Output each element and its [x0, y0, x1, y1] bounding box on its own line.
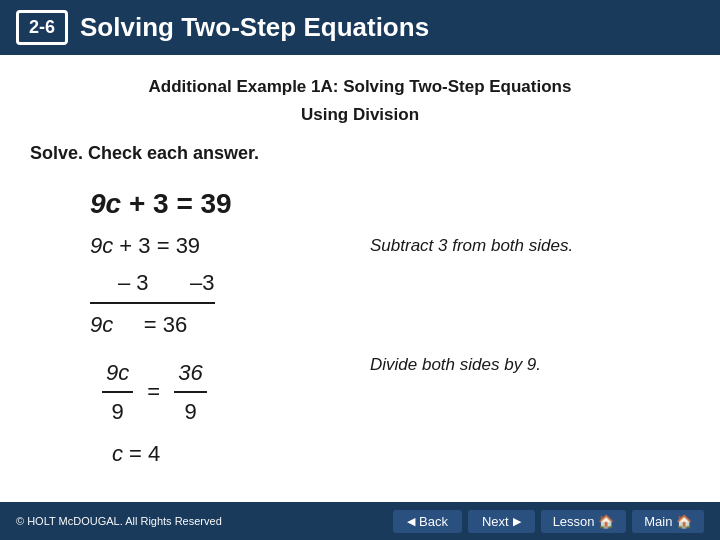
footer: © HOLT McDOUGAL. All Rights Reserved ◀ B… — [0, 502, 720, 540]
subtraction-row: – 3 –3 — [90, 264, 215, 304]
page-title: Solving Two-Step Equations — [80, 12, 429, 43]
fraction-equals: = — [141, 373, 166, 410]
step2-rest: + 3 = 39 — [113, 227, 200, 264]
fraction-left: 9c 9 — [102, 354, 133, 431]
fraction-row: 9c 9 = 36 9 — [90, 354, 330, 431]
nav-buttons: ◀ Back Next ▶ Lesson 🏠 Main 🏠 — [393, 510, 704, 533]
lesson-badge: 2-6 — [16, 10, 68, 45]
equation-final: c = 4 — [90, 435, 330, 472]
equation-step1: 9c + 3 = 39 — [90, 182, 330, 227]
explanation2: Divide both sides by 9. — [370, 351, 573, 380]
next-arrow-icon: ▶ — [513, 515, 521, 528]
step4-italic: 9c — [90, 306, 113, 343]
final-rest: = 4 — [123, 435, 160, 472]
back-label: Back — [419, 514, 448, 529]
example-title-line1: Additional Example 1A: Solving Two-Step … — [30, 75, 690, 99]
step3-left: – 3 — [90, 264, 170, 301]
main-icon: 🏠 — [676, 514, 692, 529]
steps-column: 9c + 3 = 39 9c + 3 = 39 – 3 –3 9c = 36 — [90, 182, 330, 472]
step2-italic: 9c — [90, 227, 113, 264]
equation-step4: 9c = 36 — [90, 306, 330, 343]
next-button[interactable]: Next ▶ — [468, 510, 535, 533]
step3-right: –3 — [170, 264, 215, 301]
step1-rest: + 3 = 39 — [121, 182, 232, 227]
main-label: Main — [644, 514, 672, 529]
copyright-text: © HOLT McDOUGAL. All Rights Reserved — [16, 515, 222, 527]
explanations-column: Subtract 3 from both sides. Divide both … — [370, 182, 573, 380]
equation-work: 9c + 3 = 39 9c + 3 = 39 – 3 –3 9c = 36 — [30, 182, 690, 472]
main-button[interactable]: Main 🏠 — [632, 510, 704, 533]
lesson-button[interactable]: Lesson 🏠 — [541, 510, 627, 533]
step1-italic: 9c — [90, 182, 121, 227]
example-title-line2: Using Division — [30, 105, 690, 125]
fraction-right-num: 36 — [174, 354, 206, 393]
equation-step2: 9c + 3 = 39 — [90, 227, 330, 264]
back-button[interactable]: ◀ Back — [393, 510, 462, 533]
explanation1: Subtract 3 from both sides. — [370, 232, 573, 261]
fraction-left-den: 9 — [108, 393, 128, 430]
lesson-icon: 🏠 — [598, 514, 614, 529]
next-label: Next — [482, 514, 509, 529]
fraction-right-den: 9 — [180, 393, 200, 430]
main-content: Additional Example 1A: Solving Two-Step … — [0, 55, 720, 482]
step4-rest: = 36 — [113, 306, 187, 343]
lesson-label: Lesson — [553, 514, 595, 529]
final-c: c — [90, 435, 123, 472]
fraction-right: 36 9 — [174, 354, 206, 431]
fraction-left-num: 9c — [102, 354, 133, 393]
header: 2-6 Solving Two-Step Equations — [0, 0, 720, 55]
back-arrow-icon: ◀ — [407, 515, 415, 528]
instruction-label: Solve. Check each answer. — [30, 143, 690, 164]
